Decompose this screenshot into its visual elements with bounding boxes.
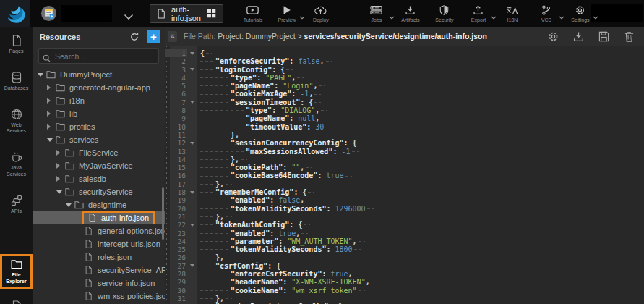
code-line[interactable]: 18"rememberMeConfig": {	[165, 188, 644, 196]
tree-item-profiles[interactable]: profiles	[33, 120, 165, 133]
code-line[interactable]: 10"timeoutValue": 30	[165, 123, 644, 131]
code-line[interactable]: 11},	[165, 131, 644, 139]
resources-scrollbar[interactable]	[162, 187, 164, 240]
tree-item-auth-info-json[interactable]: auth-info.json	[33, 211, 165, 224]
project-chevron-down-icon[interactable]	[124, 10, 134, 17]
code-line[interactable]: 6"cookieMaxAge": -1,	[165, 90, 644, 98]
code-line[interactable]: 30"cookieName": "wm_xsrf_token"	[165, 287, 644, 295]
open-file-tab[interactable]: auth-info.json	[150, 4, 223, 23]
tree-item-service-info-json[interactable]: service-info.json	[33, 276, 165, 290]
toolbar-export-button[interactable]: Export	[468, 4, 489, 22]
code-line[interactable]: 29"headerName": "X-WM-XSRF-TOKEN",	[165, 278, 644, 286]
code-line[interactable]: 21},	[165, 213, 644, 221]
add-resource-button[interactable]: +	[147, 30, 160, 43]
toolbar-jobs-button[interactable]: Jobs	[366, 4, 387, 22]
tree-item-salesdb[interactable]: salesdb	[33, 172, 165, 185]
tree-item-generated-angular-app[interactable]: generated-angular-app	[33, 81, 165, 94]
tree-item-fileservice[interactable]: FileService	[33, 146, 165, 159]
save-file-button[interactable]	[598, 31, 609, 42]
tree-item-securityservice[interactable]: securityService	[33, 185, 165, 198]
toolbar-artifacts-button[interactable]: Artifacts	[400, 4, 421, 22]
fold-toggle-icon[interactable]	[187, 101, 197, 104]
code-line[interactable]: 17},	[165, 180, 644, 188]
sidebar-item-pages[interactable]: Pages	[0, 31, 33, 58]
toolbar-deploy-button[interactable]: Deploy	[310, 4, 332, 22]
tree-item-securityservice-api-json[interactable]: securityService_API.json	[33, 263, 165, 276]
collapse-arrow-icon[interactable]	[56, 190, 65, 194]
app-logo[interactable]	[0, 0, 30, 27]
tree-item-designtime[interactable]: designtime	[33, 198, 165, 211]
expand-arrow-icon[interactable]	[56, 150, 65, 156]
code-line[interactable]: 15"cookiePath": "",	[165, 164, 644, 172]
code-line[interactable]: 25"tokenValiditySeconds": 1800	[165, 245, 644, 253]
code-line[interactable]: 2"enforceSecurity": false,	[165, 57, 644, 65]
code-line[interactable]: 22"tokenAuthConfig": {	[165, 221, 644, 229]
search-input[interactable]	[38, 48, 159, 64]
tree-item-services[interactable]: services	[33, 133, 165, 146]
delete-file-button[interactable]	[624, 31, 635, 42]
code-line[interactable]: 12"sessionConcurrencyConfig": {	[165, 139, 644, 147]
code-line[interactable]: 26},	[165, 253, 644, 261]
code-line[interactable]: 19"enabled": false,	[165, 196, 644, 204]
expand-arrow-icon[interactable]	[47, 85, 56, 90]
toolbar-settings-button[interactable]: Settings	[570, 4, 591, 22]
sidebar-item-databases[interactable]: Databases	[0, 68, 33, 95]
tree-item-intercept-urls-json[interactable]: intercept-urls.json	[33, 237, 165, 250]
code-line[interactable]: 5"pageName": "Login",	[165, 82, 644, 90]
collapse-panel-button[interactable]: «	[168, 31, 177, 42]
code-line[interactable]: 20"tokenValiditySeconds": 1296000	[165, 205, 644, 213]
code-line[interactable]: 7"sessionTimeout": {	[165, 98, 644, 106]
collapse-arrow-icon[interactable]	[66, 203, 74, 207]
code-line[interactable]: 13"maxSessionsAllowed": -1	[165, 148, 644, 156]
code-line[interactable]: 3"loginConfig": {	[165, 66, 644, 74]
code-token: "PAGE"	[265, 74, 291, 82]
code-line[interactable]: 28"enforceCsrfSecurity": true,	[165, 270, 644, 278]
sidebar-item-web-services[interactable]: Web Services	[0, 105, 33, 138]
code-editor[interactable]: 1{2"enforceSecurity": false,3"loginConfi…	[165, 46, 644, 304]
code-line[interactable]: 23"enabled": true,	[165, 229, 644, 237]
code-line[interactable]: 9"pageName": null,	[165, 114, 644, 122]
sidebar-item-apis[interactable]: APIs	[0, 191, 33, 218]
sidebar-item-file-explorer[interactable]: File Explorer	[0, 255, 33, 288]
tree-item-dummyproject[interactable]: DummyProject	[33, 68, 165, 81]
toolbar-tutorials-button[interactable]: Tutorials	[242, 4, 264, 22]
expand-arrow-icon[interactable]	[56, 176, 65, 182]
tree-item-i18n[interactable]: i18n	[33, 94, 165, 107]
code-line[interactable]: 31},	[165, 295, 644, 303]
code-line[interactable]: 24"parameter": "WM_AUTH_TOKEN",	[165, 237, 644, 245]
code-line[interactable]: 16"cookieBase64Encode": true	[165, 172, 644, 180]
code-line[interactable]: 1{	[165, 49, 644, 57]
tree-item-lib[interactable]: lib	[33, 107, 165, 120]
project-avatar[interactable]	[40, 5, 57, 22]
code-line[interactable]: 8"type": "DIALOG",	[165, 106, 644, 114]
expand-arrow-icon[interactable]	[47, 98, 56, 104]
tree-item-myjavaservice[interactable]: MyJavaService	[33, 159, 165, 172]
code-line[interactable]: 4"type": "PAGE",	[165, 74, 644, 82]
toolbar-preview-button[interactable]: Preview	[276, 4, 298, 22]
fold-toggle-icon[interactable]	[187, 142, 197, 145]
code-line[interactable]: 14},	[165, 156, 644, 164]
tree-item-general-options-json[interactable]: general-options.json	[33, 224, 165, 237]
download-file-button[interactable]	[573, 31, 584, 42]
editor-settings-button[interactable]	[548, 31, 559, 42]
expand-arrow-icon[interactable]	[47, 111, 56, 117]
fold-toggle-icon[interactable]	[187, 224, 197, 227]
fold-toggle-icon[interactable]	[187, 52, 197, 55]
sidebar-item-logs[interactable]: Logs	[0, 297, 33, 304]
code-line[interactable]: 27"csrfConfig": {	[165, 262, 644, 270]
fold-toggle-icon[interactable]	[187, 191, 197, 194]
grid-icon[interactable]	[207, 9, 216, 18]
refresh-resources-button[interactable]	[128, 30, 141, 43]
tree-item-wm-xss-policies-json[interactable]: wm-xss-policies.json	[33, 290, 165, 303]
collapse-arrow-icon[interactable]	[38, 73, 46, 77]
toolbar-security-button[interactable]: Security	[434, 4, 455, 22]
sidebar-item-java-services[interactable]: Java Services	[0, 148, 33, 181]
fold-toggle-icon[interactable]	[187, 264, 197, 267]
toolbar-i18n-button[interactable]: I18N	[502, 4, 523, 22]
tree-item-roles-json[interactable]: roles.json	[33, 250, 165, 263]
toolbar-vcs-button[interactable]: VCS	[536, 4, 557, 22]
expand-arrow-icon[interactable]	[56, 163, 65, 169]
fold-toggle-icon[interactable]	[187, 68, 197, 71]
expand-arrow-icon[interactable]	[47, 124, 56, 130]
collapse-arrow-icon[interactable]	[47, 138, 56, 142]
